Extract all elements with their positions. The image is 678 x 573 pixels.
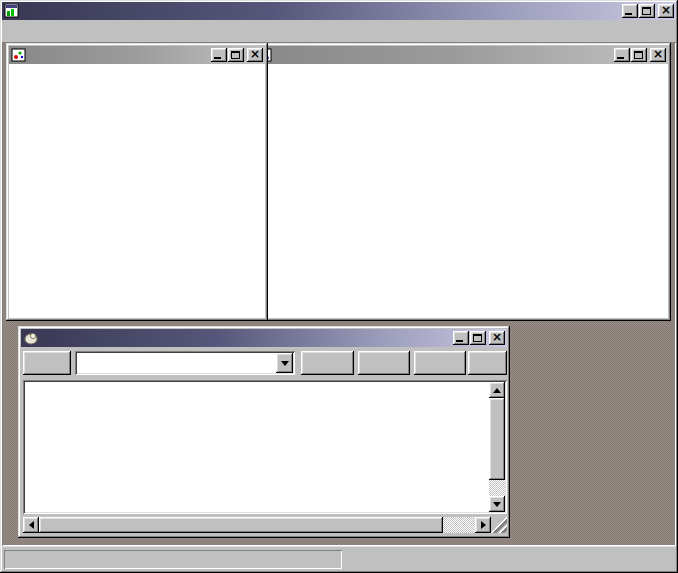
menu-window[interactable] [74, 29, 90, 33]
stats-maximize-button[interactable] [470, 331, 486, 345]
stats-window: × [18, 326, 510, 538]
stats-minimize-button[interactable] [453, 331, 469, 345]
stats-hscrollbar[interactable] [23, 517, 491, 533]
dotplot-window-icon [11, 48, 27, 62]
mdi-client: × × [2, 42, 676, 546]
update-button[interactable] [301, 351, 354, 375]
append-button[interactable] [23, 351, 71, 375]
winmdi-app-icon [4, 4, 20, 18]
print-button[interactable] [468, 351, 507, 375]
resize-grip[interactable] [491, 517, 507, 533]
dotplot-titlebar[interactable]: × [9, 46, 265, 64]
stats-text-area [23, 380, 507, 514]
histo-maximize-button[interactable] [631, 48, 647, 62]
stats-close-button[interactable]: × [489, 331, 505, 345]
close-button[interactable]: × [658, 4, 674, 18]
histo-window: × [252, 43, 671, 321]
vscroll-thumb[interactable] [489, 398, 505, 480]
winmdi-window: × × [0, 0, 678, 573]
menu-display[interactable] [42, 29, 58, 33]
combobox-dropdown-button[interactable] [276, 353, 293, 373]
stats-text [27, 383, 489, 512]
scroll-right-button[interactable] [475, 517, 491, 533]
histo-client [255, 64, 668, 318]
stats-window-icon [23, 331, 39, 345]
dotplot-maximize-button[interactable] [228, 48, 244, 62]
scroll-down-button[interactable] [489, 496, 505, 512]
scroll-up-button[interactable] [489, 382, 505, 398]
dotplot-scatter[interactable] [35, 92, 265, 292]
minimize-button[interactable] [622, 4, 638, 18]
saveas-button[interactable] [414, 351, 466, 375]
menu-help[interactable] [90, 29, 106, 33]
menu-edit[interactable] [26, 29, 42, 33]
menubar [2, 20, 676, 42]
menu-file[interactable] [10, 29, 26, 33]
stats-vscrollbar[interactable] [489, 382, 505, 512]
dotplot-window: × [6, 43, 268, 321]
scroll-left-button[interactable] [23, 517, 39, 533]
stats-titlebar[interactable]: × [21, 329, 507, 347]
main-titlebar[interactable]: × [2, 2, 676, 20]
histo-titlebar[interactable]: × [255, 46, 668, 64]
menu-tools[interactable] [58, 29, 74, 33]
status-message [4, 550, 342, 569]
histo-close-button[interactable]: × [650, 48, 666, 62]
hscroll-thumb[interactable] [39, 517, 443, 533]
dotplot-client [9, 64, 265, 318]
statfile-combobox[interactable] [75, 351, 295, 375]
statusbar [2, 546, 676, 571]
dotplot-close-button[interactable]: × [247, 48, 263, 62]
stats-client [21, 347, 507, 535]
owner-button[interactable] [358, 351, 410, 375]
dotplot-minimize-button[interactable] [211, 48, 227, 62]
histo-minimize-button[interactable] [614, 48, 630, 62]
maximize-button[interactable] [639, 4, 655, 18]
